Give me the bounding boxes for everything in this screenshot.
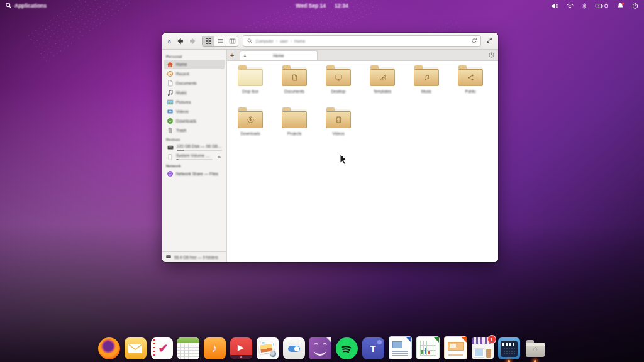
path-search-bar[interactable]: Computer›user›Home <box>243 35 481 47</box>
column-view-button[interactable] <box>226 36 238 46</box>
back-button[interactable] <box>175 37 184 45</box>
dock-appcenter[interactable]: 1 <box>472 337 494 359</box>
eject-icon[interactable] <box>216 154 222 160</box>
wifi-icon[interactable] <box>566 2 574 9</box>
sidebar-item-label: Music <box>176 90 222 95</box>
folder-projects[interactable]: Projects <box>272 109 316 151</box>
system-tray <box>550 2 639 10</box>
new-tab-button[interactable]: + <box>227 50 237 60</box>
status-text: 98.4 GB free — 9 folders <box>174 255 218 260</box>
dock-impress[interactable] <box>444 336 467 359</box>
applications-menu-label: Applications <box>14 3 47 9</box>
dock-spotify[interactable] <box>336 337 358 359</box>
fullscreen-icon[interactable] <box>486 35 493 47</box>
home-icon <box>167 61 174 68</box>
folder-videos[interactable]: Videos <box>316 109 360 151</box>
tab-bar: + × Home <box>227 50 498 61</box>
window-headerbar[interactable]: × Computer›user›Home <box>162 33 498 50</box>
sidebar-item-documents[interactable]: Documents <box>164 79 225 88</box>
sidebar-item-label: Videos <box>176 109 222 114</box>
sidebar-section-header: Network <box>162 162 226 169</box>
breadcrumb-segment[interactable]: Computer <box>255 39 274 43</box>
folder-label: Desktop <box>331 89 345 94</box>
battery-icon[interactable] <box>594 2 609 10</box>
sidebar-item-home[interactable]: Home <box>164 60 225 69</box>
dock-tasks[interactable]: ✔ <box>151 337 173 359</box>
tab-home[interactable]: × Home <box>240 50 318 60</box>
folder-icon <box>238 67 263 86</box>
network-icon <box>167 170 174 177</box>
sidebar-item-downloads[interactable]: Downloads <box>164 116 225 126</box>
history-icon[interactable] <box>488 52 495 58</box>
device-label: System Volume Data — 64 GB free — Backup <box>176 153 213 158</box>
dock-teams[interactable]: T <box>362 337 384 359</box>
dock-firefox[interactable] <box>98 337 120 359</box>
folder-music[interactable]: Music <box>404 67 448 109</box>
desktop: Applications Wed Sep 14 12:34 × Computer… <box>0 0 644 362</box>
folder-icon <box>414 67 439 86</box>
sidebar-item-pictures[interactable]: Pictures <box>164 97 225 107</box>
folder-icon <box>238 109 263 128</box>
videos-icon <box>167 108 174 115</box>
dock-calc[interactable] <box>416 336 440 359</box>
forward-button[interactable] <box>189 37 197 45</box>
dock-photos[interactable] <box>257 337 279 359</box>
folder-documents[interactable]: Documents <box>272 67 316 109</box>
datetime-indicator[interactable]: Wed Sep 14 12:34 <box>0 3 644 9</box>
disk-usage-bar <box>177 150 222 151</box>
panel-date: Wed Sep 14 <box>296 3 326 9</box>
sidebar-item-label: Trash <box>176 128 222 133</box>
sidebar-item-label: Pictures <box>176 100 222 104</box>
dock-files[interactable]: ⌂ <box>525 337 547 359</box>
disk-small-icon <box>165 254 172 260</box>
file-grid: Drop BoxDocumentsDesktopTemplatesMusicPu… <box>227 61 498 262</box>
sidebar-item-network-share-files[interactable]: Network Share — Files <box>164 169 225 178</box>
folder-templates[interactable]: Templates <box>360 67 404 109</box>
dock-mail[interactable] <box>125 337 147 359</box>
folder-drop-box[interactable]: Drop Box <box>228 67 272 109</box>
dock-passwords[interactable] <box>498 337 520 359</box>
window-close-button[interactable]: × <box>167 38 171 45</box>
tab-title: Home <box>247 53 317 58</box>
list-view-button[interactable] <box>214 36 226 46</box>
folder-desktop[interactable]: Desktop <box>316 67 360 109</box>
sidebar-item-videos[interactable]: Videos <box>164 107 225 116</box>
breadcrumb-segment[interactable]: user <box>280 39 288 43</box>
power-icon[interactable] <box>631 2 639 9</box>
sidebar-item-trash[interactable]: Trash <box>164 126 225 135</box>
phone-icon <box>167 153 174 161</box>
sidebar-item-system-volume-data-64-gb-free-backup[interactable]: System Volume Data — 64 GB free — Backup <box>164 152 225 162</box>
folder-icon <box>282 109 307 128</box>
sidebar-item-120-gb-disk-98-gb-free[interactable]: 120 GB Disk — 98 GB free <box>164 143 225 152</box>
dock-music[interactable]: ♪ <box>204 337 226 359</box>
dock-settings[interactable] <box>283 337 305 359</box>
dock-videos[interactable]: ▶ <box>230 337 252 359</box>
breadcrumb-segment[interactable]: Home <box>294 39 305 43</box>
sidebar-item-music[interactable]: Music <box>164 88 225 97</box>
folder-label: Documents <box>284 89 304 94</box>
trash-icon <box>167 127 174 134</box>
bluetooth-icon[interactable] <box>581 2 587 10</box>
volume-icon[interactable] <box>550 2 559 10</box>
search-icon <box>5 2 12 10</box>
folder-icon <box>326 67 351 86</box>
breadcrumb[interactable]: Computer›user›Home <box>255 39 469 43</box>
sidebar-section-header: Devices <box>162 135 226 143</box>
folder-public[interactable]: Public <box>448 67 492 109</box>
pictures-icon <box>167 99 174 106</box>
refresh-icon[interactable] <box>471 35 477 47</box>
folder-downloads[interactable]: Downloads <box>228 109 272 151</box>
recent-icon <box>167 70 174 77</box>
grid-view-button[interactable] <box>203 36 214 46</box>
dock-reader[interactable] <box>309 337 331 359</box>
folder-label: Public <box>465 89 475 94</box>
folder-icon <box>458 67 483 86</box>
applications-menu[interactable]: Applications <box>5 2 47 10</box>
dock-calendar[interactable] <box>177 337 199 359</box>
sidebar-section-header: Personal <box>162 52 226 60</box>
dock-writer[interactable] <box>389 336 412 359</box>
panel-time: 12:34 <box>335 3 348 9</box>
status-bar: 98.4 GB free — 9 folders <box>162 251 226 262</box>
notifications-icon[interactable] <box>616 2 625 10</box>
sidebar-item-recent[interactable]: Recent <box>164 69 225 79</box>
